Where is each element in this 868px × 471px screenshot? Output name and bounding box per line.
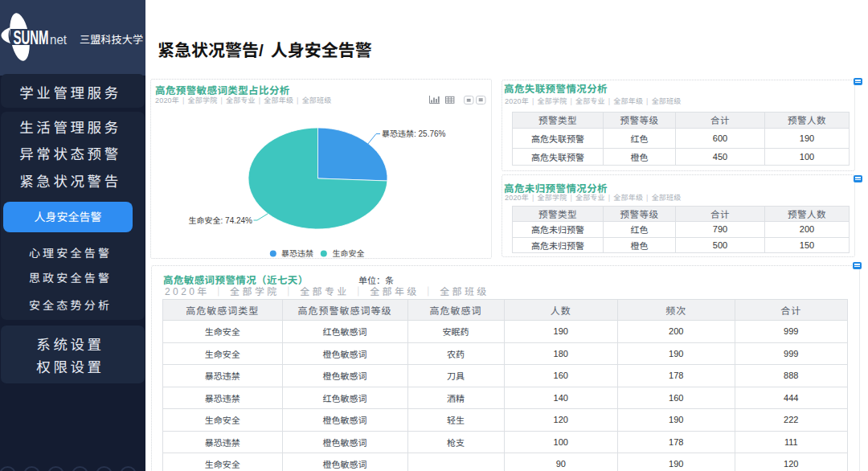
svg-text:暴恐违禁: 暴恐违禁: [281, 249, 313, 258]
svg-text:生命安全: 74.24%: 生命安全: 74.24%: [189, 216, 253, 225]
svg-text:暴恐违禁: 25.76%: 暴恐违禁: 25.76%: [382, 129, 446, 138]
svg-text:SUNM: SUNM: [14, 27, 49, 48]
svg-text:生命安全: 生命安全: [333, 249, 365, 258]
svg-text:net: net: [50, 32, 67, 47]
